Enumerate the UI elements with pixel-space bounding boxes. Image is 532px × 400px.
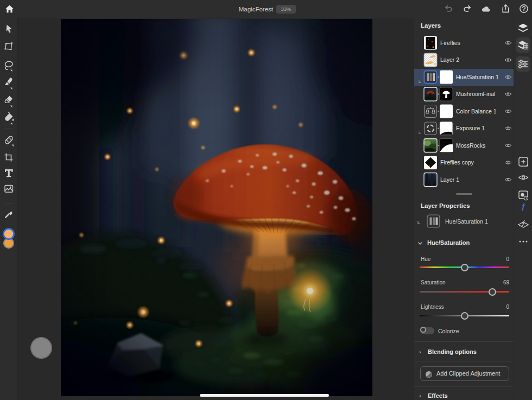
svg-text:MushroomFinal: MushroomFinal	[456, 91, 495, 97]
svg-text:f: f	[522, 202, 525, 211]
svg-text:Layer 2: Layer 2	[440, 56, 459, 63]
svg-text:Hue/Saturation 1: Hue/Saturation 1	[456, 74, 499, 80]
svg-text:Fireflies: Fireflies	[440, 40, 460, 46]
svg-text:MossRocks: MossRocks	[456, 142, 485, 149]
svg-text:Exposure 1: Exposure 1	[456, 125, 485, 131]
svg-text:Layer 1: Layer 1	[440, 176, 459, 183]
svg-text:Color Balance 1: Color Balance 1	[456, 108, 497, 115]
svg-text:Hue/Saturation 1: Hue/Saturation 1	[445, 218, 488, 225]
svg-text:Fireflies copy: Fireflies copy	[440, 159, 474, 166]
